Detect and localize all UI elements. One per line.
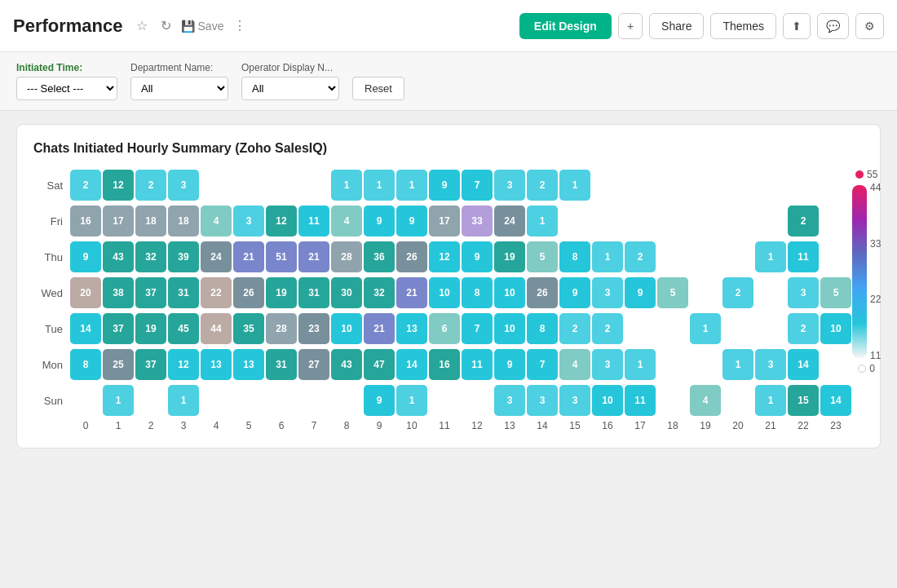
x-axis-label: 20 [722,420,754,431]
share-button[interactable]: Share [649,13,704,39]
heatmap-cell: 3 [233,206,264,237]
heatmap-cell [135,385,166,416]
heatmap-cell: 16 [429,349,460,380]
export-icon[interactable]: ⬆ [783,13,811,39]
heatmap-cell: 1 [331,170,362,201]
operator-display-select[interactable]: All [241,77,339,100]
operator-display-filter: Operator Display N... All [241,62,339,100]
heatmap-cell: 24 [201,241,232,272]
x-axis-label: 8 [330,420,363,431]
x-axis-label: 22 [787,420,820,431]
heatmap-cell [625,206,656,237]
main-content: Chats Initiated Hourly Summary (Zoho Sal… [0,111,897,462]
heatmap-cell: 37 [135,349,166,380]
heatmap-cell: 39 [168,241,199,272]
heatmap-cell: 11 [625,385,656,416]
heatmap-cell: 47 [364,349,395,380]
heatmap-cell: 28 [266,313,297,344]
heatmap-cell: 22 [201,277,232,308]
heatmap-cell: 15 [788,385,819,416]
chart-card: Chats Initiated Hourly Summary (Zoho Sal… [16,124,881,449]
heatmap-cell [690,349,721,380]
themes-button[interactable]: Themes [710,13,776,39]
heatmap-cell: 3 [527,385,558,416]
heatmap-cell: 1 [722,349,753,380]
heatmap-cell [233,385,264,416]
save-button[interactable]: 💾 Save [181,20,224,33]
save-icon: 💾 [181,20,195,33]
heatmap-cell: 9 [625,277,656,308]
heatmap-cell [820,241,851,272]
heatmap-cell: 14 [396,349,427,380]
legend-v1: 44 [870,182,881,193]
heatmap-container: Sat2122311197321Fri161718184312114991733… [33,169,864,431]
heatmap-cell: 13 [396,313,427,344]
heatmap-cell [722,170,753,201]
heatmap-cell: 2 [788,313,819,344]
heatmap-cell: 14 [788,349,819,380]
x-axis-label: 16 [591,420,624,431]
heatmap-cell [788,170,819,201]
x-axis-label: 0 [69,420,102,431]
heatmap-cell [755,206,786,237]
heatmap-cell: 1 [396,385,427,416]
heatmap-cell [657,385,688,416]
heatmap-cell [201,385,232,416]
heatmap-cell: 20 [70,277,101,308]
x-axis-label: 9 [363,420,395,431]
department-name-filter: Department Name: All [130,62,228,100]
x-axis-label: 18 [656,420,689,431]
more-options-icon[interactable]: ⋮ [230,15,250,37]
legend-bar-area: 44 33 22 11 [852,182,881,361]
heatmap-cell: 2 [559,313,590,344]
heatmap-cell: 14 [70,313,101,344]
initiated-time-select[interactable]: --- Select --- [16,77,117,100]
heatmap-cell: 28 [331,241,362,272]
heatmap-cell: 1 [527,206,558,237]
heatmap-cell: 9 [494,349,525,380]
heatmap-cell: 14 [820,385,851,416]
row-label: Sat [33,169,69,201]
add-button[interactable]: + [618,13,643,39]
heatmap-cell: 4 [690,385,721,416]
heatmap-cell: 17 [103,206,134,237]
heatmap-cell: 3 [494,385,525,416]
x-axis-label: 6 [265,420,298,431]
x-axis-label: 14 [526,420,559,431]
settings-icon[interactable]: ⚙ [855,13,884,39]
heatmap-cell: 2 [788,206,819,237]
chart-title: Chats Initiated Hourly Summary (Zoho Sal… [33,141,864,156]
heatmap-cell: 3 [592,277,623,308]
refresh-icon[interactable]: ↻ [157,15,175,37]
heatmap-cell: 12 [103,170,134,201]
edit-design-button[interactable]: Edit Design [519,13,612,39]
heatmap-cell [755,313,786,344]
heatmap-cell: 1 [690,313,721,344]
legend-gradient-bar [852,185,867,358]
heatmap-cell [755,170,786,201]
row-label: Thu [33,241,69,273]
reset-button[interactable]: Reset [352,77,404,100]
heatmap-cell [429,385,460,416]
x-axis-label: 13 [493,420,526,431]
heatmap-cell [298,385,329,416]
heatmap-grid-wrap: Sat2122311197321Fri161718184312114991733… [33,169,852,431]
heatmap-cell: 31 [266,349,297,380]
heatmap-cell: 37 [103,313,134,344]
heatmap-cell: 43 [103,241,134,272]
heatmap-cell: 21 [233,241,264,272]
comment-icon[interactable]: 💬 [817,13,849,39]
heatmap-cell [625,313,656,344]
legend-bottom: 0 [858,363,875,374]
star-icon[interactable]: ☆ [133,15,151,37]
heatmap-cell [559,206,590,237]
heatmap-cell: 32 [135,241,166,272]
heatmap-cell: 9 [462,241,493,272]
department-name-select[interactable]: All [130,77,228,100]
heatmap-cell: 9 [396,206,427,237]
legend: 55 44 33 22 11 0 [852,169,881,374]
heatmap-cell: 44 [201,313,232,344]
heatmap-cell [657,349,688,380]
heatmap-cell: 2 [592,313,623,344]
heatmap-cell: 4 [331,206,362,237]
